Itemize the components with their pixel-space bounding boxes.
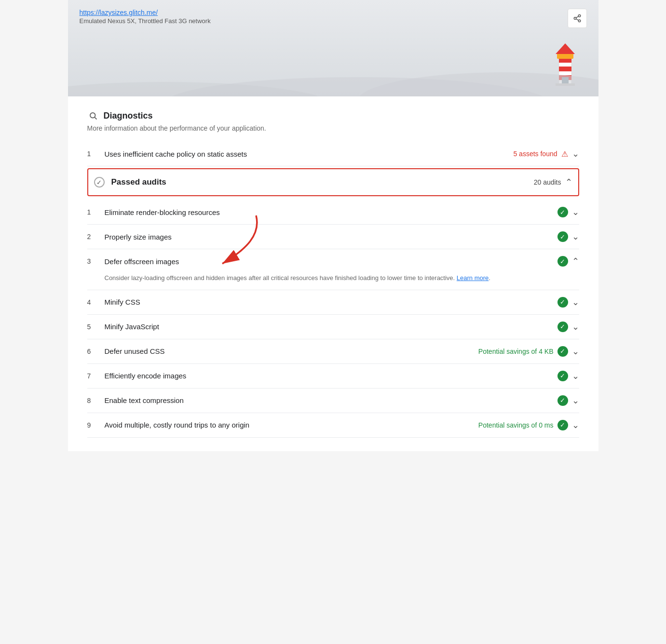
passed-audit-row-7: 7 Efficiently encode images ✓ ⌄ <box>87 364 579 389</box>
green-check-p7: ✓ <box>557 371 568 381</box>
expand-p1[interactable]: ⌄ <box>572 207 579 217</box>
audit-num-p8: 8 <box>87 397 97 404</box>
expand-p3[interactable]: ⌃ <box>572 256 579 267</box>
passed-audits-chevron[interactable]: ⌃ <box>565 177 572 188</box>
expand-p2[interactable]: ⌄ <box>572 231 579 242</box>
expand-p8[interactable]: ⌄ <box>572 395 579 406</box>
svg-marker-11 <box>556 43 575 54</box>
passed-audit-row-6: 6 Defer unused CSS Potential savings of … <box>87 339 579 364</box>
passed-audits-title: Passed audits <box>111 177 534 187</box>
green-check-p2: ✓ <box>557 231 568 242</box>
assets-found-badge: 5 assets found <box>513 150 557 158</box>
passed-audit-row-5: 5 Minify JavaScript ✓ ⌄ <box>87 315 579 339</box>
expand-p4[interactable]: ⌄ <box>572 297 579 308</box>
audit-num-p3: 3 <box>87 257 97 265</box>
expand-p9[interactable]: ⌄ <box>572 420 579 430</box>
audit-num-1: 1 <box>87 150 97 158</box>
diagnostic-row-1: 1 Uses inefficient cache policy on stati… <box>87 142 579 166</box>
svg-line-3 <box>576 19 578 20</box>
page-url[interactable]: https://lazysizes.glitch.me/ <box>80 9 211 16</box>
passed-count: 20 audits <box>534 178 561 186</box>
audit-num-p5: 5 <box>87 323 97 331</box>
audit-right-p8: ✓ ⌄ <box>557 395 579 406</box>
device-info: Emulated Nexus 5X, Throttled Fast 3G net… <box>80 17 211 25</box>
passed-check-icon: ✓ <box>94 177 105 188</box>
hills-decoration <box>68 72 598 96</box>
svg-rect-7 <box>559 67 571 71</box>
audit-label-p4: Minify CSS <box>105 298 550 306</box>
passed-audit-row-1: 1 Eliminate render-blocking resources ✓ … <box>87 200 579 225</box>
main-content: Diagnostics More information about the p… <box>68 96 598 451</box>
audit-num-p1: 1 <box>87 208 97 216</box>
expand-p6[interactable]: ⌄ <box>572 346 579 357</box>
expand-p7[interactable]: ⌄ <box>572 371 579 381</box>
passed-audit-row-3: 3 Defer offscreen images ✓ ⌃ <box>87 249 579 273</box>
passed-audit-row-4: 4 Minify CSS ✓ ⌄ <box>87 290 579 315</box>
audit-right-1: 5 assets found ⚠ ⌄ <box>513 148 579 159</box>
diagnostics-subtitle: More information about the performance o… <box>87 124 579 132</box>
header-meta: https://lazysizes.glitch.me/ Emulated Ne… <box>80 9 211 25</box>
svg-point-17 <box>90 113 95 118</box>
audit-label-p7: Efficiently encode images <box>105 372 550 380</box>
savings-p9: Potential savings of 0 ms <box>478 421 554 429</box>
audit-num-p7: 7 <box>87 372 97 380</box>
svg-line-4 <box>576 16 578 18</box>
audit-right-p6: Potential savings of 4 KB ✓ ⌄ <box>478 346 579 357</box>
learn-more-link[interactable]: Learn more <box>457 274 489 282</box>
diagnostics-icon <box>87 110 99 121</box>
svg-point-2 <box>578 20 581 22</box>
expand-chevron-1[interactable]: ⌄ <box>572 148 579 159</box>
audit-right-p1: ✓ ⌄ <box>557 207 579 217</box>
green-check-p8: ✓ <box>557 395 568 406</box>
green-check-p9: ✓ <box>557 420 568 430</box>
passed-audit-row-2: 2 Properly size images ✓ ⌄ <box>87 225 579 249</box>
share-button[interactable] <box>568 9 587 28</box>
expand-p5[interactable]: ⌄ <box>572 322 579 332</box>
green-check-p5: ✓ <box>557 322 568 332</box>
audit-right-p3: ✓ ⌃ <box>557 256 579 267</box>
audit-description-p3: Consider lazy-loading offscreen and hidd… <box>87 273 579 290</box>
audit-num-p9: 9 <box>87 421 97 429</box>
audit-num-p4: 4 <box>87 298 97 306</box>
audit-label-p1: Eliminate render-blocking resources <box>105 208 550 216</box>
audit-right-p7: ✓ ⌄ <box>557 371 579 381</box>
audit-num-p2: 2 <box>87 233 97 241</box>
savings-p6: Potential savings of 4 KB <box>478 348 554 355</box>
passed-audit-row-9: 9 Avoid multiple, costly round trips to … <box>87 413 579 438</box>
audit-label-p8: Enable text compression <box>105 396 550 404</box>
audit-label-p9: Avoid multiple, costly round trips to an… <box>105 421 471 429</box>
audit-label-p5: Minify JavaScript <box>105 322 550 331</box>
audit-num-p6: 6 <box>87 348 97 355</box>
svg-line-18 <box>95 117 96 119</box>
header-section: https://lazysizes.glitch.me/ Emulated Ne… <box>68 0 598 96</box>
audit-right-p4: ✓ ⌄ <box>557 297 579 308</box>
audit-right-p5: ✓ ⌄ <box>557 322 579 332</box>
green-check-p3: ✓ <box>557 256 568 267</box>
audit-label-1: Uses inefficient cache policy on static … <box>105 150 506 158</box>
svg-point-0 <box>578 15 581 17</box>
audit-right-p2: ✓ ⌄ <box>557 231 579 242</box>
green-check-p4: ✓ <box>557 297 568 308</box>
audit-label-p3: Defer offscreen images <box>105 257 550 266</box>
green-check-p6: ✓ <box>557 346 568 357</box>
diagnostics-title: Diagnostics <box>104 111 153 121</box>
diagnostics-header: Diagnostics <box>87 110 579 121</box>
svg-point-1 <box>574 17 576 20</box>
passed-audit-row-8: 8 Enable text compression ✓ ⌄ <box>87 389 579 413</box>
passed-audits-header[interactable]: ✓ Passed audits 20 audits ⌃ <box>87 168 579 196</box>
audit-item-3-wrapper: 3 Defer offscreen images ✓ ⌃ Consider la… <box>87 249 579 290</box>
warning-icon: ⚠ <box>561 149 568 159</box>
audit-label-p2: Properly size images <box>105 233 550 241</box>
audit-label-p6: Defer unused CSS <box>105 347 471 355</box>
green-check-p1: ✓ <box>557 207 568 217</box>
audit-right-p9: Potential savings of 0 ms ✓ ⌄ <box>478 420 579 430</box>
